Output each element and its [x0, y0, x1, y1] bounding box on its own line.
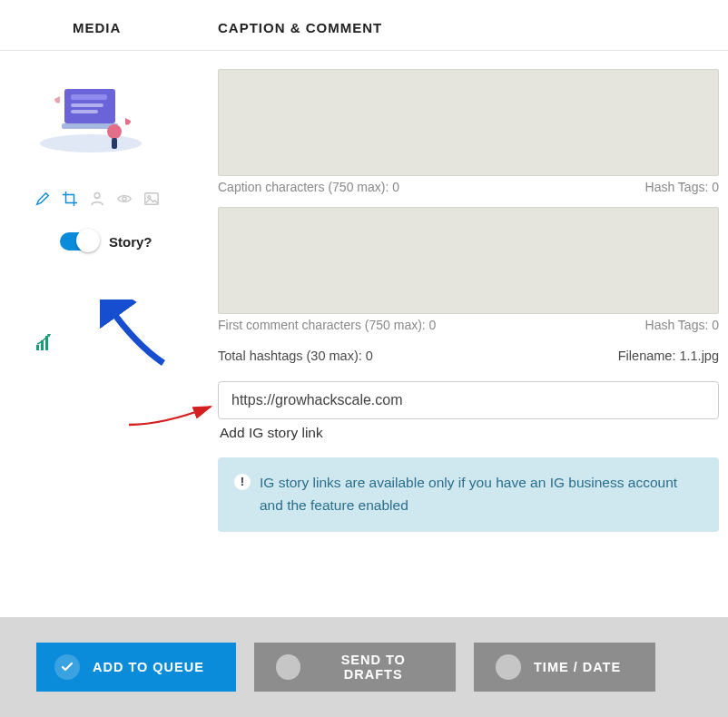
header-media: MEDIA — [0, 20, 218, 35]
story-toggle-label: Story? — [109, 234, 152, 250]
header-caption: CAPTION & COMMENT — [218, 20, 728, 35]
caption-counter-row: Caption characters (750 max): 0 Hash Tag… — [218, 176, 719, 207]
svg-rect-4 — [71, 103, 103, 107]
media-tool-icons — [34, 191, 200, 207]
eye-icon[interactable] — [116, 191, 133, 207]
growth-chart-icon[interactable] — [34, 332, 54, 352]
svg-point-9 — [123, 197, 126, 201]
story-link-info-banner: ! IG story links are available only if y… — [218, 457, 719, 532]
header-row: MEDIA CAPTION & COMMENT — [0, 0, 728, 51]
comment-char-counter: First comment characters (750 max): 0 — [218, 318, 436, 332]
comment-hashtag-counter: Hash Tags: 0 — [645, 318, 719, 332]
crop-icon[interactable] — [62, 191, 78, 207]
footer-action-bar: ADD TO QUEUE SEND TO DRAFTS TIME / DATE — [0, 617, 728, 717]
svg-rect-10 — [145, 193, 158, 205]
media-thumbnail[interactable] — [34, 73, 148, 154]
time-date-label: TIME / DATE — [534, 660, 621, 674]
svg-rect-7 — [112, 138, 117, 149]
caption-hashtag-counter: Hash Tags: 0 — [645, 180, 719, 194]
send-to-drafts-label: SEND TO DRAFTS — [313, 653, 435, 682]
comment-counter-row: First comment characters (750 max): 0 Ha… — [218, 314, 719, 345]
media-column: Story? — [0, 69, 218, 532]
image-icon[interactable] — [143, 191, 160, 207]
time-date-button[interactable]: TIME / DATE — [474, 643, 655, 692]
total-hashtags: Total hashtags (30 max): 0 — [218, 349, 373, 363]
filename-label: Filename: 1.1.jpg — [618, 349, 719, 363]
svg-point-8 — [94, 193, 100, 199]
meta-row: Total hashtags (30 max): 0 Filename: 1.1… — [218, 345, 719, 381]
main-area: Story? Caption characters (750 max): 0 H… — [0, 51, 728, 532]
svg-point-0 — [40, 134, 142, 152]
circle-icon — [496, 654, 521, 680]
svg-rect-3 — [71, 94, 107, 100]
check-icon — [54, 654, 80, 680]
svg-rect-5 — [71, 110, 98, 113]
info-icon: ! — [234, 474, 251, 490]
pencil-icon[interactable] — [34, 191, 51, 207]
caption-char-counter: Caption characters (750 max): 0 — [218, 180, 399, 194]
caption-textarea[interactable] — [218, 69, 719, 176]
story-toggle-row: Story? — [34, 232, 200, 250]
send-to-drafts-button[interactable]: SEND TO DRAFTS — [254, 643, 456, 692]
add-to-queue-label: ADD TO QUEUE — [93, 660, 204, 674]
circle-icon — [276, 654, 300, 680]
story-toggle[interactable] — [60, 232, 98, 250]
first-comment-textarea[interactable] — [218, 207, 719, 314]
svg-point-6 — [107, 124, 122, 139]
person-icon[interactable] — [89, 191, 105, 207]
story-link-label: Add IG story link — [218, 419, 719, 457]
story-link-input[interactable] — [218, 381, 719, 419]
story-link-info-text: IG story links are available only if you… — [260, 472, 703, 517]
caption-column: Caption characters (750 max): 0 Hash Tag… — [218, 69, 728, 532]
add-to-queue-button[interactable]: ADD TO QUEUE — [36, 643, 236, 692]
